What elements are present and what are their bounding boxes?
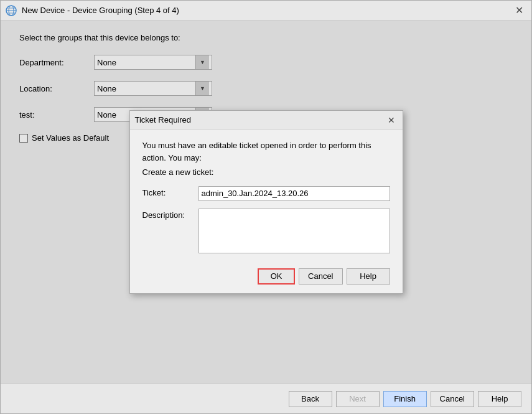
back-button[interactable]: Back — [289, 391, 332, 407]
modal-body: You must have an editable ticket opened … — [130, 129, 403, 260]
ticket-label: Ticket: — [142, 186, 198, 197]
modal-close-button[interactable]: ✕ — [385, 114, 398, 126]
modal-title: Ticket Required — [135, 115, 385, 125]
window-close-button[interactable]: ✕ — [511, 3, 526, 18]
help-button[interactable]: Help — [478, 391, 521, 407]
app-icon — [6, 5, 17, 16]
description-field-row: Description: — [142, 209, 390, 253]
ticket-input[interactable] — [198, 186, 390, 201]
modal-title-bar: Ticket Required ✕ — [130, 111, 403, 129]
modal-desc-line2: Create a new ticket: — [142, 166, 390, 179]
main-window: New Device - Device Grouping (Step 4 of … — [0, 0, 532, 414]
modal-cancel-button[interactable]: Cancel — [299, 268, 342, 285]
finish-button[interactable]: Finish — [383, 391, 427, 407]
modal-help-button[interactable]: Help — [347, 268, 390, 285]
bottom-bar: Back Next Finish Cancel Help — [1, 383, 531, 413]
ticket-required-modal: Ticket Required ✕ You must have an edita… — [129, 110, 403, 294]
modal-ok-button[interactable]: OK — [258, 268, 295, 285]
main-content: Select the groups that this device belon… — [1, 21, 531, 383]
window-title: New Device - Device Grouping (Step 4 of … — [22, 6, 511, 15]
description-label: Description: — [142, 209, 198, 220]
ticket-field-row: Ticket: — [142, 186, 390, 201]
next-button[interactable]: Next — [336, 391, 380, 407]
description-textarea[interactable] — [198, 209, 390, 253]
modal-overlay: Ticket Required ✕ You must have an edita… — [1, 21, 531, 383]
cancel-button[interactable]: Cancel — [431, 391, 474, 407]
title-bar: New Device - Device Grouping (Step 4 of … — [1, 1, 531, 21]
modal-buttons: OK Cancel Help — [130, 260, 403, 293]
modal-desc-line1: You must have an editable ticket opened … — [142, 139, 390, 164]
